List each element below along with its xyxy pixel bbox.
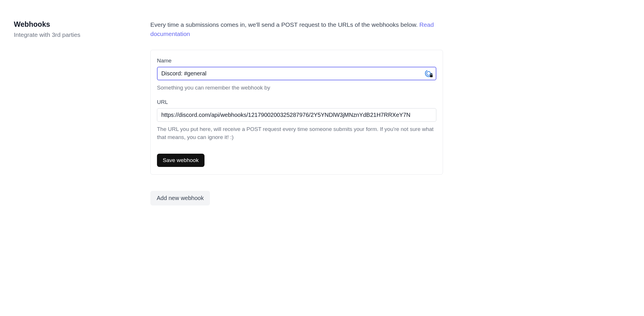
section-description: Every time a submissions comes in, we'll… [150, 20, 443, 38]
description-text: Every time a submissions comes in, we'll… [150, 21, 419, 28]
url-hint: The URL you put here, will receive a POS… [157, 125, 436, 142]
name-label: Name [157, 58, 436, 64]
section-subtitle: Integrate with 3rd parties [14, 31, 150, 38]
section-title: Webhooks [14, 20, 150, 28]
name-input[interactable] [157, 67, 436, 80]
add-new-webhook-button[interactable]: Add new webhook [150, 191, 210, 205]
svg-rect-2 [430, 75, 433, 77]
save-webhook-button[interactable]: Save webhook [157, 154, 204, 167]
url-input[interactable] [157, 108, 436, 122]
url-label: URL [157, 99, 436, 105]
password-manager-lock-icon[interactable] [424, 69, 433, 78]
name-hint: Something you can remember the webhook b… [157, 84, 436, 92]
webhook-card: Name Something you can remember the webh… [150, 50, 443, 175]
svg-point-1 [427, 71, 431, 75]
